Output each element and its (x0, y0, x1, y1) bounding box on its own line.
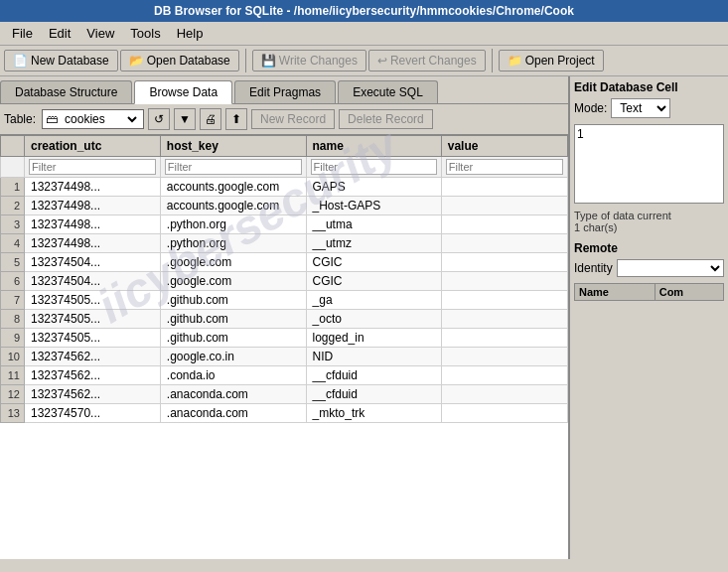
cell-value[interactable] (441, 178, 567, 197)
cell-creation-utc[interactable]: 132374498... (25, 234, 161, 253)
cell-creation-utc[interactable]: 132374562... (25, 348, 161, 366)
cell-value[interactable] (441, 366, 567, 385)
filter-name[interactable] (311, 159, 437, 175)
table-row[interactable]: 13132374570....anaconda.com_mkto_trk (1, 404, 568, 423)
cell-name[interactable]: CGIC (306, 253, 441, 272)
cell-name[interactable]: CGIC (306, 272, 441, 291)
table-row[interactable]: 10132374562....google.co.inNID (1, 348, 568, 366)
col-creation-utc[interactable]: creation_utc (25, 136, 161, 157)
menu-file[interactable]: File (4, 24, 41, 43)
new-database-button[interactable]: 📄 New Database (4, 50, 118, 72)
col-value[interactable]: value (441, 136, 567, 157)
cell-creation-utc[interactable]: 132374498... (25, 215, 161, 234)
table-row[interactable]: 3132374498....python.org__utma (1, 215, 568, 234)
cell-creation-utc[interactable]: 132374498... (25, 197, 161, 215)
table-row[interactable]: 12132374562....anaconda.com__cfduid (1, 385, 568, 404)
menu-edit[interactable]: Edit (41, 24, 78, 43)
cell-value[interactable] (441, 310, 567, 329)
write-changes-button[interactable]: 💾 Write Changes (252, 50, 366, 72)
table-row[interactable]: 8132374505....github.com_octo (1, 310, 568, 329)
menu-tools[interactable]: Tools (122, 24, 168, 43)
cell-host-key[interactable]: .conda.io (160, 366, 306, 385)
mode-select[interactable]: Text Blob Null Rtrim (611, 98, 670, 118)
write-icon: 💾 (261, 54, 276, 68)
cell-host-key[interactable]: .github.com (160, 329, 306, 348)
cell-creation-utc[interactable]: 132374498... (25, 178, 161, 197)
cell-host-key[interactable]: .python.org (160, 234, 306, 253)
table-row[interactable]: 9132374505....github.comlogged_in (1, 329, 568, 348)
cell-value[interactable] (441, 234, 567, 253)
data-table-container[interactable]: creation_utc host_key name value 1132374 (0, 135, 568, 559)
identity-select[interactable] (617, 259, 724, 277)
menu-view[interactable]: View (78, 24, 122, 43)
cell-name[interactable]: __cfduid (306, 366, 441, 385)
cell-name[interactable]: logged_in (306, 329, 441, 348)
cell-name[interactable]: _octo (306, 310, 441, 329)
cell-value[interactable] (441, 291, 567, 310)
filter-host-key[interactable] (165, 159, 302, 175)
cell-creation-utc[interactable]: 132374562... (25, 385, 161, 404)
cell-host-key[interactable]: .google.co.in (160, 348, 306, 366)
cell-host-key[interactable]: .anaconda.com (160, 404, 306, 423)
col-host-key[interactable]: host_key (160, 136, 306, 157)
cell-creation-utc[interactable]: 132374505... (25, 291, 161, 310)
col-name[interactable]: name (306, 136, 441, 157)
cell-value[interactable] (441, 404, 567, 423)
cell-host-key[interactable]: .github.com (160, 291, 306, 310)
cell-name[interactable]: __cfduid (306, 385, 441, 404)
table-row[interactable]: 5132374504....google.comCGIC (1, 253, 568, 272)
open-database-button[interactable]: 📂 Open Database (120, 50, 239, 72)
cell-host-key[interactable]: .google.com (160, 272, 306, 291)
cell-name[interactable]: _ga (306, 291, 441, 310)
tab-edit-pragmas[interactable]: Edit Pragmas (234, 80, 336, 103)
cell-name[interactable]: _mkto_trk (306, 404, 441, 423)
cell-host-key[interactable]: accounts.google.com (160, 197, 306, 215)
tab-execute-sql[interactable]: Execute SQL (338, 80, 438, 103)
cell-value[interactable] (441, 348, 567, 366)
cell-name[interactable]: NID (306, 348, 441, 366)
menu-help[interactable]: Help (169, 24, 212, 43)
cell-name[interactable]: __utmz (306, 234, 441, 253)
cell-creation-utc[interactable]: 132374570... (25, 404, 161, 423)
cell-number: 1 (577, 127, 584, 141)
export-button[interactable]: ⬆ (225, 108, 247, 130)
filter-button[interactable]: ▼ (174, 108, 196, 130)
table-row[interactable]: 6132374504....google.comCGIC (1, 272, 568, 291)
new-record-button[interactable]: New Record (251, 109, 335, 129)
delete-record-button[interactable]: Delete Record (339, 109, 433, 129)
cell-value[interactable] (441, 253, 567, 272)
table-row[interactable]: 11132374562....conda.io__cfduid (1, 366, 568, 385)
table-select[interactable]: cookies (61, 111, 140, 127)
cell-name[interactable]: GAPS (306, 178, 441, 197)
table-row[interactable]: 2132374498...accounts.google.com_Host-GA… (1, 197, 568, 215)
revert-changes-button[interactable]: ↩ Revert Changes (368, 50, 486, 72)
cell-creation-utc[interactable]: 132374505... (25, 310, 161, 329)
cell-preview[interactable]: 1 (574, 124, 724, 204)
cell-host-key[interactable]: accounts.google.com (160, 178, 306, 197)
cell-host-key[interactable]: .github.com (160, 310, 306, 329)
print-button[interactable]: 🖨 (200, 108, 221, 130)
open-project-button[interactable]: 📁 Open Project (499, 50, 604, 72)
cell-host-key[interactable]: .python.org (160, 215, 306, 234)
refresh-button[interactable]: ↺ (148, 108, 170, 130)
tab-browse-data[interactable]: Browse Data (134, 80, 232, 104)
table-row[interactable]: 4132374498....python.org__utmz (1, 234, 568, 253)
cell-creation-utc[interactable]: 132374562... (25, 366, 161, 385)
cell-creation-utc[interactable]: 132374505... (25, 329, 161, 348)
cell-host-key[interactable]: .google.com (160, 253, 306, 272)
cell-value[interactable] (441, 197, 567, 215)
tab-database-structure[interactable]: Database Structure (0, 80, 132, 103)
cell-value[interactable] (441, 272, 567, 291)
table-row[interactable]: 1132374498...accounts.google.comGAPS (1, 178, 568, 197)
cell-name[interactable]: _Host-GAPS (306, 197, 441, 215)
cell-host-key[interactable]: .anaconda.com (160, 385, 306, 404)
filter-value[interactable] (446, 159, 563, 175)
cell-name[interactable]: __utma (306, 215, 441, 234)
table-row[interactable]: 7132374505....github.com_ga (1, 291, 568, 310)
cell-value[interactable] (441, 329, 567, 348)
filter-creation-utc[interactable] (29, 159, 156, 175)
cell-creation-utc[interactable]: 132374504... (25, 253, 161, 272)
cell-value[interactable] (441, 385, 567, 404)
cell-value[interactable] (441, 215, 567, 234)
cell-creation-utc[interactable]: 132374504... (25, 272, 161, 291)
